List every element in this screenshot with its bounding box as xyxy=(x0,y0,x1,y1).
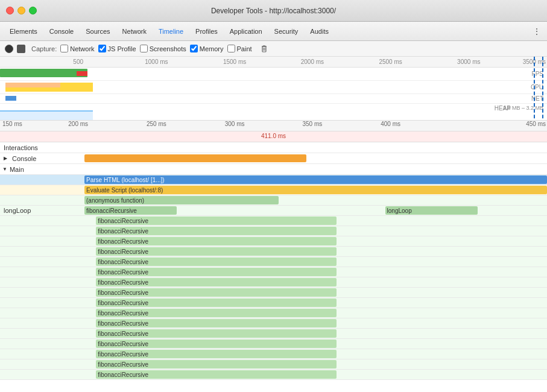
fib-label-6 xyxy=(0,267,84,277)
longloop-label: longLoop xyxy=(0,206,84,215)
memory-checkbox[interactable] xyxy=(190,45,198,52)
fib-block-11[interactable]: fibonacciRecursive xyxy=(96,319,337,327)
fib-block-14[interactable]: fibonacciRecursive xyxy=(96,350,337,358)
cpu-label: CPU xyxy=(531,84,543,90)
fib-content-1: fibonacciRecursive xyxy=(84,216,547,226)
minimize-button[interactable] xyxy=(17,7,25,14)
console-label: ▶ Console xyxy=(0,155,84,162)
main-label: Main xyxy=(10,166,24,173)
clear-button[interactable] xyxy=(258,43,270,55)
net-bar xyxy=(5,96,16,101)
more-options-button[interactable]: ⋮ xyxy=(530,25,543,38)
evaluate-script-row: Evaluate Script (localhost/:8) xyxy=(0,185,547,195)
fib-label-5 xyxy=(0,257,84,267)
fib-content-7: fibonacciRecursive xyxy=(84,277,547,287)
checkbox-js-profile[interactable]: JS Profile xyxy=(98,45,136,52)
scrollable-content[interactable]: Interactions ▶ Console ▼ Main Parse HT xyxy=(0,142,547,392)
fib-label-2 xyxy=(0,226,84,236)
close-button[interactable] xyxy=(6,7,14,14)
fps-label: FPS xyxy=(532,71,543,77)
tab-elements[interactable]: Elements xyxy=(4,25,43,37)
net-label: NET xyxy=(531,95,543,102)
console-content xyxy=(84,153,547,163)
fib-content-9: fibonacciRecursive xyxy=(84,298,547,308)
fib-row-9: fibonacciRecursive xyxy=(0,298,547,308)
fib-block-4[interactable]: fibonacciRecursive xyxy=(96,247,337,256)
evaluate-script-block[interactable]: Evaluate Script (localhost/:8) xyxy=(84,186,547,194)
tab-application[interactable]: Application xyxy=(224,25,268,37)
fps-row: FPS xyxy=(0,68,547,81)
highlight-bar: 411.0 ms xyxy=(0,131,547,142)
fib-row-6: fibonacciRecursive xyxy=(0,267,547,277)
fib-block-6[interactable]: fibonacciRecursive xyxy=(96,268,337,276)
checkbox-paint[interactable]: Paint xyxy=(227,45,252,52)
capture-bar: Capture: Network JS Profile Screenshots … xyxy=(0,41,547,57)
timeline-ms-row: 150 ms 200 ms 250 ms 300 ms 350 ms 400 m… xyxy=(0,121,547,131)
fib-block-12[interactable]: fibonacciRecursive xyxy=(96,329,337,338)
fib-row-14: fibonacciRecursive xyxy=(0,349,547,359)
heap-row: 2.8 MB – 3.2 MB HEAP xyxy=(0,104,547,121)
tab-audits[interactable]: Audits xyxy=(304,25,335,37)
fib-block-2[interactable]: fibonacciRecursive xyxy=(96,227,337,235)
window-title: Developer Tools - http://localhost:3000/ xyxy=(211,7,336,15)
parse-html-label xyxy=(0,175,84,185)
longloop-block-2[interactable]: longLoop xyxy=(385,206,478,215)
longloop-block-1[interactable]: fibonacciRecursive xyxy=(84,206,177,215)
fib-content-6: fibonacciRecursive xyxy=(84,267,547,277)
anon-function-label xyxy=(0,195,84,205)
anon-function-block[interactable]: (anonymous function) xyxy=(84,196,279,204)
tab-profiles[interactable]: Profiles xyxy=(189,25,224,37)
console-triangle[interactable]: ▶ xyxy=(4,156,7,161)
js-profile-checkbox[interactable] xyxy=(98,45,106,52)
tab-sources[interactable]: Sources xyxy=(80,25,116,37)
fib-block-10[interactable]: fibonacciRecursive xyxy=(96,309,337,317)
paint-checkbox[interactable] xyxy=(227,45,235,52)
fib-content-14: fibonacciRecursive xyxy=(84,349,547,359)
fib-block-1[interactable]: fibonacciRecursive xyxy=(96,217,337,225)
fib-content-11: fibonacciRecursive xyxy=(84,318,547,328)
checkbox-screenshots[interactable]: Screenshots xyxy=(140,45,186,52)
longloop-row: longLoop fibonacciRecursive longLoop xyxy=(0,206,547,216)
fib-block-5[interactable]: fibonacciRecursive xyxy=(96,258,337,266)
fib-block-9[interactable]: fibonacciRecursive xyxy=(96,299,337,307)
parse-html-row: Parse HTML (localhost/ [1...]) xyxy=(0,175,547,185)
devtools-body: Capture: Network JS Profile Screenshots … xyxy=(0,41,547,392)
toolbar: Elements Console Sources Network Timelin… xyxy=(0,22,547,41)
main-section-header: ▼ Main xyxy=(0,164,547,175)
fib-block-7[interactable]: fibonacciRecursive xyxy=(96,278,337,286)
fps-bar-red xyxy=(77,71,87,76)
tab-timeline[interactable]: Timeline xyxy=(153,25,189,37)
chart-ruler: 500 1000 ms 1500 ms 2000 ms 2500 ms 3000… xyxy=(0,57,547,68)
heap-label: HEAP xyxy=(495,105,511,112)
interactions-label: Interactions xyxy=(0,144,84,151)
fib-label-1 xyxy=(0,216,84,226)
fib-block-16[interactable]: fibonacciRecursive xyxy=(96,370,337,379)
heap-fill xyxy=(0,110,93,120)
maximize-button[interactable] xyxy=(29,7,37,14)
fib-block-13[interactable]: fibonacciRecursive xyxy=(96,340,337,348)
parse-html-block[interactable]: Parse HTML (localhost/ [1...]) xyxy=(84,175,547,184)
evaluate-script-label xyxy=(0,185,84,195)
fib-block-15[interactable]: fibonacciRecursive xyxy=(96,360,337,368)
checkbox-memory[interactable]: Memory xyxy=(190,45,224,52)
fib-label-3 xyxy=(0,236,84,246)
anon-function-content: (anonymous function) xyxy=(84,195,547,205)
tab-console[interactable]: Console xyxy=(43,25,80,37)
fib-content-16: fibonacciRecursive xyxy=(84,370,547,379)
fib-row-7: fibonacciRecursive xyxy=(0,277,547,288)
network-checkbox[interactable] xyxy=(60,45,68,52)
fib-block-3[interactable]: fibonacciRecursive xyxy=(96,237,337,245)
tab-network[interactable]: Network xyxy=(116,25,153,37)
main-triangle[interactable]: ▼ xyxy=(2,166,7,172)
stop-button[interactable] xyxy=(17,45,25,53)
screenshots-checkbox[interactable] xyxy=(140,45,148,52)
highlight-label: 411.0 ms xyxy=(261,133,286,139)
record-button[interactable] xyxy=(5,45,13,53)
console-row: ▶ Console xyxy=(0,153,547,164)
fib-content-2: fibonacciRecursive xyxy=(84,226,547,236)
parse-html-content: Parse HTML (localhost/ [1...]) xyxy=(84,175,547,185)
fib-block-8[interactable]: fibonacciRecursive xyxy=(96,288,337,297)
tab-security[interactable]: Security xyxy=(268,25,305,37)
checkbox-network[interactable]: Network xyxy=(60,45,94,52)
fib-label-11 xyxy=(0,318,84,328)
